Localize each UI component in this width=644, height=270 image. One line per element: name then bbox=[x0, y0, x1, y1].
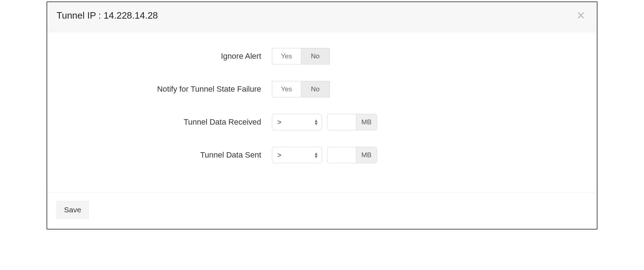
label-data-sent: Tunnel Data Sent bbox=[54, 150, 272, 160]
toggle-ignore-alert: Yes No bbox=[272, 48, 330, 64]
value-unit-received: MB bbox=[327, 114, 377, 130]
row-data-received: Tunnel Data Received ▲▼ MB bbox=[54, 114, 590, 130]
close-icon[interactable]: ✕ bbox=[574, 10, 587, 21]
operator-select-sent[interactable] bbox=[272, 147, 322, 163]
label-data-received: Tunnel Data Received bbox=[54, 117, 272, 127]
row-data-sent: Tunnel Data Sent ▲▼ MB bbox=[54, 147, 590, 163]
toggle-notify-failure: Yes No bbox=[272, 81, 330, 97]
operator-select-sent-wrap: ▲▼ bbox=[272, 147, 322, 163]
row-notify-failure: Notify for Tunnel State Failure Yes No bbox=[54, 81, 590, 97]
tunnel-settings-dialog: Tunnel IP : 14.228.14.28 ✕ Ignore Alert … bbox=[47, 1, 597, 230]
label-notify-failure: Notify for Tunnel State Failure bbox=[54, 85, 272, 94]
value-input-sent[interactable] bbox=[327, 147, 356, 163]
notify-failure-no[interactable]: No bbox=[301, 81, 330, 97]
save-button[interactable]: Save bbox=[57, 201, 89, 219]
dialog-title: Tunnel IP : 14.228.14.28 bbox=[57, 10, 158, 21]
unit-received: MB bbox=[356, 114, 377, 130]
dialog-footer: Save bbox=[47, 192, 597, 229]
notify-failure-yes[interactable]: Yes bbox=[272, 81, 301, 97]
ignore-alert-no[interactable]: No bbox=[301, 48, 330, 64]
operator-select-received-wrap: ▲▼ bbox=[272, 114, 322, 130]
dialog-body: Ignore Alert Yes No Notify for Tunnel St… bbox=[47, 32, 597, 192]
value-input-received[interactable] bbox=[327, 114, 356, 130]
operator-select-received[interactable] bbox=[272, 114, 322, 130]
value-unit-sent: MB bbox=[327, 147, 377, 163]
dialog-header: Tunnel IP : 14.228.14.28 ✕ bbox=[47, 2, 597, 32]
label-ignore-alert: Ignore Alert bbox=[54, 52, 272, 61]
ignore-alert-yes[interactable]: Yes bbox=[272, 48, 301, 64]
row-ignore-alert: Ignore Alert Yes No bbox=[54, 48, 590, 64]
unit-sent: MB bbox=[356, 147, 377, 163]
